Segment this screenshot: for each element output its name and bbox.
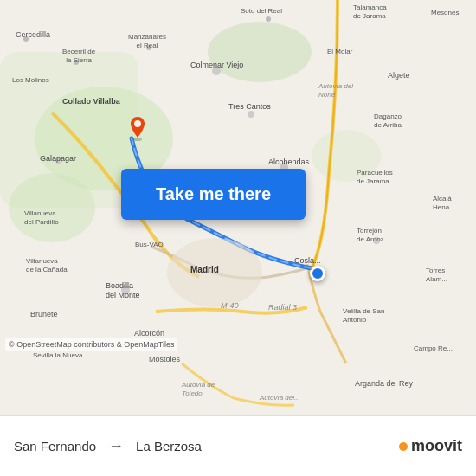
place-becerril: Becerril dela Sierra [62, 48, 95, 64]
bottom-bar: San Fernando → La Berzosa moovit [0, 415, 476, 476]
origin-pin [310, 266, 325, 281]
take-me-there-button[interactable]: Take me there [121, 169, 306, 220]
place-sevillanueva: Sevilla la Nueva [33, 351, 82, 359]
place-torres: TorresAlam... [426, 267, 447, 283]
place-colladovillalba: Collado Villalba [62, 97, 120, 106]
moovit-brand-name: moovit [411, 437, 462, 455]
place-algete: Algete [388, 71, 410, 80]
place-velilla: Velilla de SanAntonio [343, 307, 384, 324]
place-paracuellos: Paracuellosde Jarama [357, 169, 393, 185]
place-campore: Campo Re... [414, 344, 453, 352]
place-trescantos: Tres Cantos [228, 102, 271, 111]
place-boadilla: Boadilladel Monte [106, 281, 140, 300]
place-torrejon: Torrejónde Ardoz [357, 227, 384, 243]
place-soto: Soto del Real [241, 7, 282, 15]
svg-point-10 [266, 16, 271, 22]
place-alcobendas: Alcobendas [268, 158, 309, 166]
place-alcala: AlcaláHena... [433, 195, 455, 211]
moovit-dot-icon [399, 442, 408, 451]
place-villanuevacañada: Villanuevade la Cañada [26, 257, 68, 273]
label-autoviadel: Autovía del... [260, 394, 300, 402]
label-radial3: Radial 3 [268, 303, 297, 312]
place-alcorcon: Alcorcón [134, 329, 164, 338]
label-autoviatol: Autovía deToledo [182, 381, 215, 397]
svg-point-18 [134, 120, 141, 127]
place-colmenarviejo: Colmenar Viejo [190, 61, 243, 69]
svg-point-17 [133, 138, 142, 141]
place-galapagar: Galapagar [40, 154, 76, 163]
place-elmolar: El Molar [327, 48, 352, 55]
place-losmolinos: Los Molinos [12, 76, 49, 84]
place-cercedilla: Cercedilla [16, 30, 50, 41]
svg-point-13 [248, 111, 254, 118]
route-to: La Berzosa [136, 439, 202, 453]
label-m40: M-40 [221, 301, 239, 310]
svg-point-3 [208, 22, 312, 82]
place-madrid: Madrid [190, 265, 219, 274]
label-autovianorte: Autovía delNorte [318, 82, 353, 99]
place-cosla: Cosla... [294, 256, 321, 265]
place-busvao: Bus-VAO [135, 241, 164, 248]
place-daganzo: Daganzode Arriba [374, 113, 402, 129]
place-mostoles: Móstoles [149, 355, 180, 363]
route-arrow-icon: → [108, 437, 124, 455]
place-mesones: Mesones [431, 9, 459, 16]
copyright-notice: © OpenStreetMap contributors & OpenMapTi… [5, 338, 177, 351]
map-container: Cercedilla Becerril dela Sierra Manzanar… [0, 0, 476, 415]
place-villanuevapardillo: Villanuevadel Pardillo [24, 209, 59, 226]
place-brunete: Brunete [30, 310, 58, 318]
place-arganda: Arganda del Rey [355, 379, 413, 388]
button-overlay: Take me there [121, 169, 306, 220]
place-talamanca: Talamancade Jarama [353, 3, 387, 20]
moovit-logo: moovit [399, 437, 462, 455]
place-manzanares: Manzanaresel Real [128, 33, 166, 49]
destination-pin [128, 117, 147, 141]
route-from: San Fernando [14, 439, 96, 453]
